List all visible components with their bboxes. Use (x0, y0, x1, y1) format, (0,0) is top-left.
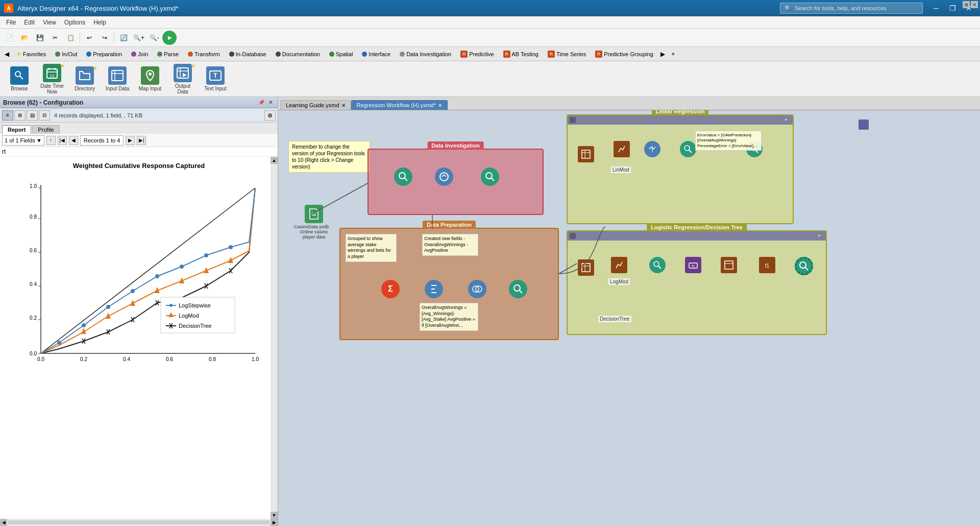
logreg-tool5[interactable]: f1 (759, 257, 775, 273)
palette-right-arrow[interactable]: ▶ (658, 49, 668, 60)
search-box[interactable]: 🔍 Search for tools, help, and resources (780, 3, 923, 14)
palette-timeseries[interactable]: R Time Series (544, 50, 590, 59)
dp-join-tool[interactable] (468, 280, 486, 298)
logreg-expand-btn[interactable]: + (818, 233, 824, 239)
lr-tool2[interactable] (614, 141, 630, 157)
browse-options-btn[interactable]: ⊕ (264, 110, 276, 121)
rt-input[interactable] (0, 147, 278, 157)
logreg-browse2-selected[interactable] (795, 257, 813, 275)
scroll-up-btn[interactable]: ▲ (271, 157, 278, 164)
menu-file[interactable]: File (2, 18, 20, 27)
di-tool-2[interactable] (435, 168, 453, 186)
panel-close-button[interactable]: ✕ (266, 99, 275, 107)
toolbar-btn4[interactable]: ✂ (48, 31, 62, 45)
nav-prev[interactable]: ◀ (69, 136, 78, 145)
list-view-btn[interactable]: ▤ (27, 110, 38, 121)
lr-tool1[interactable] (578, 146, 594, 162)
logreg-browse1[interactable] (649, 257, 666, 273)
logreg-tool1[interactable] (578, 259, 594, 276)
vertical-scrollbar[interactable]: ▲ ▼ (271, 157, 278, 519)
minimize-button[interactable]: ─ (929, 3, 943, 13)
refresh-button[interactable]: 🔄 (116, 31, 131, 45)
tab-learning-guide[interactable]: Learning Guide.yxmd ✕ (280, 100, 351, 110)
palette-left-arrow[interactable]: ◀ (2, 49, 11, 60)
new-file-button[interactable]: 📄 (2, 31, 16, 45)
nav-next[interactable]: ▶ (126, 136, 135, 145)
palette-spatial[interactable]: Spatial (325, 50, 357, 58)
palette-add[interactable]: + (669, 49, 678, 60)
restore-button[interactable]: ❐ (945, 3, 960, 13)
palette-inout[interactable]: In/Out (51, 50, 81, 58)
palette-join[interactable]: Join (127, 50, 152, 58)
palette-favorites[interactable]: ★ Favorites (12, 50, 50, 58)
menu-options[interactable]: Options (60, 18, 89, 27)
palette-indatabase[interactable]: In-Database (225, 50, 271, 58)
zoom-out-button[interactable]: 🔍- (147, 31, 161, 45)
palette-abtesting[interactable]: R AB Testing (499, 50, 543, 59)
outputdata-tool[interactable]: Output Data ★ (167, 61, 198, 97)
dp-summarize-tool[interactable]: Σ (381, 280, 400, 298)
open-file-button[interactable]: 📂 (17, 31, 32, 45)
svg-line-104 (618, 264, 620, 266)
app-icon: A (4, 4, 13, 13)
tab-report[interactable]: Report (2, 125, 31, 134)
redo-button[interactable]: ↪ (97, 31, 112, 45)
nav-first[interactable]: |◀ (58, 136, 67, 145)
lr-tool4-browse[interactable] (680, 141, 696, 157)
canvas-restore-btn[interactable]: ⊟ (963, 1, 970, 8)
palette-documentation[interactable]: Documentation (272, 50, 324, 58)
lr-tool3[interactable] (644, 141, 660, 157)
svg-line-83 (491, 178, 494, 181)
nav-sort-asc[interactable]: ↑ (46, 136, 56, 145)
casino-data-node[interactable]: CasinoData.yxdb Online casino player dat… (293, 205, 334, 240)
scroll-down-btn[interactable]: ▼ (271, 512, 278, 519)
lr-corner-icon[interactable] (859, 119, 869, 130)
inputdata-tool[interactable]: Input Data (102, 64, 133, 94)
logreg-tool2[interactable] (611, 257, 627, 273)
palette-preparation[interactable]: Preparation (82, 50, 126, 58)
datetime-tool[interactable]: 15 Date Time Now ★ (37, 61, 67, 97)
dp-browse-tool[interactable] (509, 280, 527, 298)
menu-view[interactable]: View (39, 18, 60, 27)
dp-formula-tool[interactable] (425, 280, 443, 298)
zoom-in-button[interactable]: 🔍+ (132, 31, 146, 45)
svg-rect-89 (582, 150, 590, 158)
scroll-left-btn[interactable]: ◀ (0, 519, 7, 526)
run-button[interactable] (162, 31, 177, 45)
horizontal-scrollbar[interactable]: ◀ ▶ (0, 519, 278, 526)
textinput-tool[interactable]: T Text Input (200, 64, 231, 94)
tab-lg-close[interactable]: ✕ (341, 103, 346, 108)
di-tool-1[interactable] (394, 168, 412, 186)
fields-dropdown[interactable]: 1 of 1 Fields ▼ (2, 135, 44, 146)
mapinput-tool[interactable]: Map Input (135, 64, 165, 94)
logreg-tool3[interactable]: fx (685, 257, 701, 273)
palette-parse[interactable]: Parse (153, 50, 183, 58)
menu-edit[interactable]: Edit (20, 18, 39, 27)
palette-interface[interactable]: Interface (358, 50, 395, 58)
palette-predgrouping[interactable]: R Predictive Grouping (591, 50, 657, 59)
panel-pin-button[interactable]: 📌 (257, 99, 265, 107)
svg-point-81 (440, 173, 448, 181)
lr-expand-btn[interactable]: + (785, 117, 791, 123)
table-view-btn[interactable]: ≡ (2, 110, 13, 121)
scroll-right-btn[interactable]: ▶ (271, 519, 278, 526)
svg-point-62 (155, 274, 159, 278)
schema-view-btn[interactable]: ⊟ (39, 110, 50, 121)
palette-transform[interactable]: Transform (184, 50, 224, 58)
menu-help[interactable]: Help (89, 18, 110, 27)
tab-rw-close[interactable]: ✕ (438, 103, 442, 108)
palette-datainvestigation[interactable]: Data Investigation (396, 50, 455, 58)
nav-last[interactable]: ▶| (137, 136, 146, 145)
tab-profile[interactable]: Profile (32, 125, 59, 134)
save-button[interactable]: 💾 (33, 31, 47, 45)
palette-predictive[interactable]: R Predictive (456, 50, 498, 59)
toolbar-btn5[interactable]: 📋 (63, 31, 78, 45)
directory-tool[interactable]: Directory ★ (69, 64, 100, 94)
tab-regression-workflow[interactable]: Regression Workflow (H).yxmd* ✕ (351, 100, 448, 110)
logreg-tool4[interactable] (721, 257, 737, 273)
browse-tool[interactable]: Browse (4, 64, 35, 94)
canvas-close-btn[interactable]: ✕ (971, 1, 978, 8)
di-tool-3[interactable] (481, 168, 499, 186)
undo-button[interactable]: ↩ (82, 31, 96, 45)
grid-view-btn[interactable]: ⊞ (14, 110, 26, 121)
